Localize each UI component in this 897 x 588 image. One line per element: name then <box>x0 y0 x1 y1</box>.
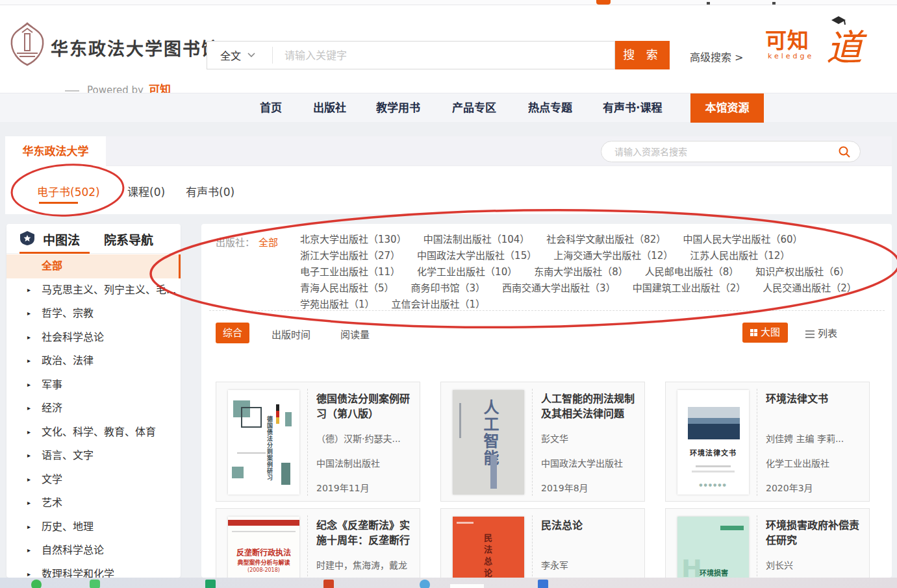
sidebar-tab-clc[interactable]: 中图法 <box>43 230 80 248</box>
category-item[interactable]: ▸历史、地理 <box>6 515 181 539</box>
book-publisher: 化学工业出版社 <box>766 456 865 469</box>
nav-item-publishers[interactable]: 出版社 <box>313 93 346 123</box>
cover-decoration <box>696 465 731 467</box>
publisher-option[interactable]: 立信会计出版社（1） <box>392 298 486 312</box>
category-item[interactable]: ▸马克思主义、列宁主义、毛... <box>6 278 181 302</box>
category-label: 马克思主义、列宁主义、毛... <box>42 284 176 296</box>
category-item[interactable]: ▸语言、文字 <box>6 444 181 468</box>
book-cover: 环境法律文书 ●●●●●● <box>677 390 749 495</box>
publisher-option[interactable]: 中国建筑工业出版社（2） <box>633 282 746 295</box>
view-list-button[interactable]: 列表 <box>805 326 837 339</box>
nav-item-product-zone[interactable]: 产品专区 <box>452 93 496 123</box>
publisher-option[interactable]: 北京大学出版社（130） <box>300 233 407 247</box>
publisher-option[interactable]: 知识产权出版社（6） <box>755 265 850 279</box>
cover-decoration <box>457 522 474 524</box>
category-item[interactable]: ▸军事 <box>6 373 181 397</box>
nav-item-hot-topics[interactable]: 热点专题 <box>528 93 572 123</box>
sort-read-count[interactable]: 阅读量 <box>340 327 370 341</box>
taskbar-icon-green-circle[interactable] <box>31 580 42 588</box>
chevron-right-icon: ▸ <box>27 326 31 350</box>
publisher-option[interactable]: 社会科学文献出版社（82） <box>546 233 666 247</box>
keledge-logo-dao: 道 <box>826 18 863 71</box>
category-item[interactable]: ▸政治、法律 <box>6 349 181 373</box>
tab-audiobooks[interactable]: 有声书(0) <box>186 183 234 199</box>
book-title: 环境损害政府补偿责任研究 <box>766 518 865 548</box>
chevron-right-icon: ▸ <box>27 349 31 373</box>
publisher-option[interactable]: 中国人民大学出版社（60） <box>683 233 802 247</box>
nav-item-teaching-books[interactable]: 教学用书 <box>376 93 420 123</box>
resource-header-panel: 华东政法大学 电子书(502) 课程(0) 有声书(0) <box>5 136 892 214</box>
divider <box>757 389 757 496</box>
advanced-search-link[interactable]: 高级搜索 > <box>690 49 744 64</box>
publisher-option[interactable]: 化学工业出版社（10） <box>417 265 517 279</box>
taskbar-icon-blue-circle[interactable] <box>420 580 430 588</box>
sidebar-tab-departments[interactable]: 院系导航 <box>104 230 153 248</box>
category-item[interactable]: ▸文化、科学、教育、体育 <box>6 421 181 445</box>
category-label: 哲学、宗教 <box>42 307 94 319</box>
taskbar-icon-presentation[interactable] <box>323 580 334 588</box>
publisher-option[interactable]: 上海交通大学出版社（12） <box>553 249 673 263</box>
dashed-divider <box>209 310 885 311</box>
publisher-option[interactable]: 浙江大学出版社（27） <box>300 249 400 263</box>
resource-search-input[interactable] <box>601 147 838 157</box>
book-card[interactable]: 人工智能 人工智能的刑法规制及其相关法律问题 彭文华 中国政法大学出版社 201… <box>440 382 645 502</box>
book-card[interactable]: 民法总论 民法总论 李永军 <box>440 508 645 588</box>
category-item[interactable]: ▸艺术 <box>6 491 181 515</box>
publisher-option[interactable]: 人民交通出版社（2） <box>763 282 857 295</box>
cover-title-text: 反垄断行政执法 <box>228 546 299 557</box>
sort-publish-date[interactable]: 出版时间 <box>272 327 310 341</box>
nav-item-library-resources[interactable]: 本馆资源 <box>690 93 764 123</box>
nav-item-audiobook-course[interactable]: 有声书·课程 <box>603 93 662 123</box>
publisher-option[interactable]: 青海人民出版社（5） <box>300 282 394 295</box>
category-item[interactable]: ▸经济 <box>6 397 181 421</box>
view-large-grid-button[interactable]: 大图 <box>742 323 788 343</box>
book-card[interactable]: 反垄断行政执法 典型案件分析与解读 (2008-2018) 纪念《反垄断法》实施… <box>216 508 420 588</box>
browser-toolbar-glyph-fragment <box>707 2 710 5</box>
publisher-option[interactable]: 西南交通大学出版社（3） <box>502 282 616 295</box>
category-item[interactable]: ▸社会科学总论 <box>6 326 181 350</box>
search-button[interactable]: 搜 索 <box>615 41 670 69</box>
sort-comprehensive-button[interactable]: 综合 <box>216 323 249 343</box>
book-card[interactable]: 德国债法分则案例研习 德国债法分则案例研习（第八版） （德）汉斯·约瑟夫... … <box>216 382 420 502</box>
publisher-option[interactable]: 商务印书馆（3） <box>411 282 486 295</box>
publisher-option[interactable]: 人民邮电出版社（8） <box>645 265 739 279</box>
list-icon <box>805 330 815 338</box>
publisher-filter-all[interactable]: 全部 <box>259 235 278 249</box>
publisher-option[interactable]: 东南大学出版社（8） <box>534 265 628 279</box>
category-item-all[interactable]: 全部 <box>6 254 181 278</box>
book-title: 环境法律文书 <box>766 391 865 406</box>
chevron-right-icon: ▸ <box>27 373 31 397</box>
search-scope-dropdown[interactable]: 全文 <box>207 47 272 63</box>
taskbar-active-window-fragment[interactable] <box>450 584 484 588</box>
book-author: 刘佳娉 主编 李莉... <box>766 432 865 445</box>
category-item[interactable]: ▸文学 <box>6 468 181 492</box>
publisher-option[interactable]: 中国法制出版社（104） <box>423 233 530 247</box>
publisher-option[interactable]: 江苏人民出版社（12） <box>690 249 790 263</box>
book-card[interactable]: 环境法律文书 ●●●●●● 环境法律文书 刘佳娉 主编 李莉... 化学工业出版… <box>665 382 870 502</box>
publisher-option[interactable]: 中国政法大学出版社（15） <box>417 249 537 263</box>
category-list: 全部 ▸马克思主义、列宁主义、毛... ▸哲学、宗教 ▸社会科学总论 ▸政治、法… <box>6 254 181 586</box>
cover-title-text: 环境法律文书 <box>677 447 749 458</box>
publisher-option[interactable]: 电子工业出版社（11） <box>300 265 400 279</box>
tab-courses[interactable]: 课程(0) <box>127 183 165 199</box>
nav-item-home[interactable]: 首页 <box>260 93 282 123</box>
taskbar-icon-green-app[interactable] <box>90 580 100 588</box>
search-icon[interactable] <box>838 145 851 158</box>
keyword-search-input[interactable] <box>273 49 614 62</box>
chevron-right-icon: ▸ <box>27 397 31 421</box>
tab-ebooks[interactable]: 电子书(502) <box>37 183 100 199</box>
taskbar-icon-blue-app[interactable] <box>538 580 548 588</box>
category-item[interactable]: ▸自然科学总论 <box>6 539 181 563</box>
org-tab[interactable]: 华东政法大学 <box>5 136 106 166</box>
category-item[interactable]: ▸哲学、宗教 <box>6 302 181 326</box>
taskbar-icon-spreadsheet[interactable] <box>205 580 216 588</box>
publisher-option[interactable]: 学苑出版社（1） <box>300 298 375 312</box>
browser-toolbar-fragment-icon <box>596 0 611 5</box>
main-search-box: 全文 <box>207 41 615 69</box>
cover-decoration <box>237 452 266 454</box>
cover-decoration <box>490 455 497 489</box>
library-title: 华东政法大学图书馆 <box>51 35 220 60</box>
cover-decoration <box>459 403 461 438</box>
german-flag-mark <box>276 404 279 424</box>
book-card[interactable]: H 环境损害 政府补偿责任研究 环境损害政府补偿责任研究 刘长兴 <box>665 508 870 588</box>
